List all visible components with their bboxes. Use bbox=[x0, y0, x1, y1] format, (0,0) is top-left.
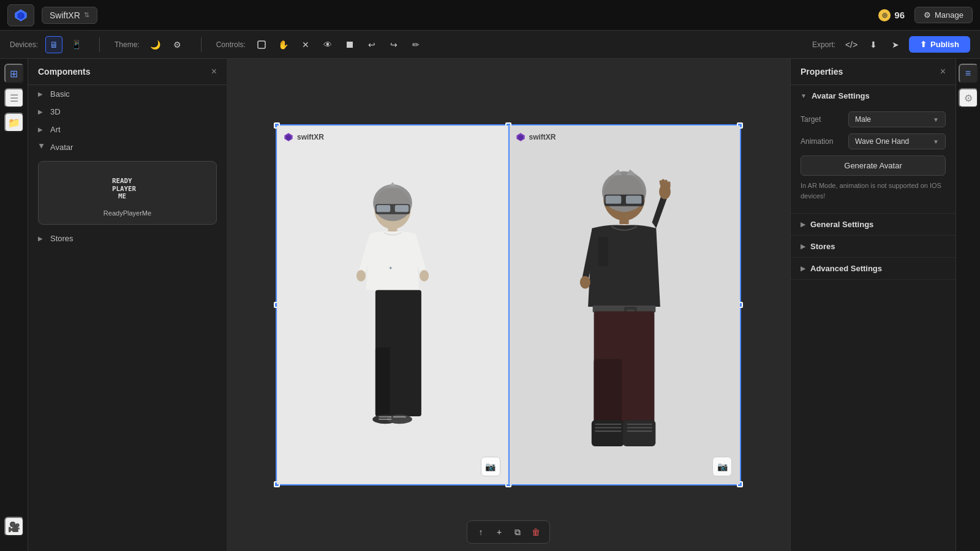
stores-label: Stores bbox=[810, 242, 835, 251]
left-sidebar-icons: ⊞ ☰ 📁 🎥 bbox=[0, 59, 28, 551]
svg-text:PLAYER: PLAYER bbox=[112, 185, 137, 193]
theme-dark-button[interactable]: 🌙 bbox=[147, 36, 164, 53]
copy-icon: ⧉ bbox=[514, 527, 521, 538]
right-icon-properties[interactable]: ≡ bbox=[959, 64, 978, 83]
canvas-tool-delete[interactable]: 🗑 bbox=[527, 523, 545, 541]
avatar-settings-section: ▼ Avatar Settings Target Male ▼ Animati bbox=[791, 85, 956, 214]
logo-button[interactable] bbox=[7, 4, 34, 26]
sidebar-assets-icon[interactable]: 📁 bbox=[4, 113, 24, 132]
generate-avatar-button[interactable]: Generate Avatar bbox=[801, 156, 946, 176]
sidebar-layers-icon[interactable]: ☰ bbox=[4, 88, 24, 108]
control-crosshair-button[interactable]: ✕ bbox=[297, 36, 314, 53]
svg-point-11 bbox=[373, 184, 412, 221]
device-tablet-button[interactable]: 📱 bbox=[67, 36, 85, 53]
moon-icon: 🌙 bbox=[150, 40, 160, 50]
right-panel-cam-icon[interactable]: 📷 bbox=[712, 457, 732, 476]
publish-button[interactable]: ⬆ Publish bbox=[909, 36, 970, 53]
main-area: ⊞ ☰ 📁 🎥 Components × ▶ Basic ▶ 3D ▶ Art bbox=[0, 59, 980, 551]
export-download-button[interactable]: ⬇ bbox=[865, 36, 882, 53]
svg-rect-35 bbox=[626, 196, 642, 204]
canvas-frame: swiftXR bbox=[276, 124, 741, 485]
control-undo-button[interactable]: ↩ bbox=[363, 36, 380, 53]
sep-1 bbox=[99, 37, 100, 52]
delete-icon: 🗑 bbox=[532, 527, 540, 537]
avatar-settings-header[interactable]: ▼ Avatar Settings bbox=[791, 85, 956, 107]
ready-player-me-label: ReadyPlayerMe bbox=[104, 209, 151, 217]
project-name-arrow: ⇅ bbox=[84, 11, 89, 19]
coins-icon: ◎ bbox=[878, 9, 891, 21]
ready-player-me-icon: READY PLAYER ME bbox=[106, 169, 149, 206]
components-panel: Components × ▶ Basic ▶ 3D ▶ Art ▶ Avatar… bbox=[28, 59, 227, 551]
target-select[interactable]: Male ▼ bbox=[848, 111, 946, 127]
general-settings-label: General Settings bbox=[810, 220, 873, 229]
svg-rect-13 bbox=[377, 205, 391, 212]
manage-button[interactable]: ⚙ Manage bbox=[914, 7, 973, 23]
tree-item-3d[interactable]: ▶ 3D bbox=[28, 103, 227, 121]
sep-2 bbox=[201, 37, 202, 52]
male-avatar-container bbox=[510, 126, 740, 484]
advanced-settings-header[interactable]: ▶ Advanced Settings bbox=[791, 258, 956, 279]
target-value: Male bbox=[855, 115, 871, 124]
export-share-button[interactable]: ➤ bbox=[887, 36, 904, 53]
3d-arrow: ▶ bbox=[38, 108, 45, 115]
devices-label: Devices: bbox=[10, 40, 38, 49]
manage-label: Manage bbox=[935, 10, 963, 20]
svg-point-46 bbox=[580, 276, 590, 289]
layers-icon: ☰ bbox=[10, 92, 18, 104]
female-avatar-container: ✦ bbox=[277, 126, 508, 484]
canvas-area[interactable]: swiftXR bbox=[227, 59, 790, 551]
controls-label: Controls: bbox=[216, 40, 246, 49]
sidebar-components-icon[interactable]: ⊞ bbox=[4, 64, 24, 83]
svg-marker-16 bbox=[390, 182, 395, 186]
control-pencil-button[interactable]: ✏ bbox=[407, 36, 424, 53]
svg-text:ME: ME bbox=[118, 192, 126, 200]
canvas-tool-copy[interactable]: ⧉ bbox=[509, 523, 526, 541]
device-desktop-button[interactable]: 🖥 bbox=[45, 36, 62, 53]
top-bar-left: SwiftXR ⇅ bbox=[7, 4, 97, 26]
svg-rect-3 bbox=[258, 41, 265, 48]
publish-label: Publish bbox=[930, 40, 959, 49]
top-bar: SwiftXR ⇅ ◎ 96 ⚙ Manage bbox=[0, 0, 980, 31]
project-name-display[interactable]: SwiftXR ⇅ bbox=[42, 7, 97, 24]
undo-icon: ↩ bbox=[368, 40, 375, 50]
stores-arrow: ▶ bbox=[38, 235, 45, 242]
svg-rect-51 bbox=[594, 359, 622, 429]
devices-section: Devices: 🖥 📱 bbox=[10, 36, 85, 53]
right-sidebar-icons: ≡ ⚙ bbox=[956, 59, 980, 551]
control-eye-button[interactable]: 👁 bbox=[319, 36, 336, 53]
theme-settings-button[interactable]: ⚙ bbox=[169, 36, 186, 53]
svg-line-44 bbox=[666, 181, 667, 186]
right-icon-settings[interactable]: ⚙ bbox=[959, 88, 978, 108]
export-code-button[interactable]: </> bbox=[843, 36, 860, 53]
general-settings-header[interactable]: ▶ General Settings bbox=[791, 214, 956, 235]
canvas-tool-add[interactable]: + bbox=[491, 523, 508, 541]
tree-item-avatar[interactable]: ▶ Avatar bbox=[28, 138, 227, 156]
basic-arrow: ▶ bbox=[38, 91, 45, 97]
properties-close-button[interactable]: × bbox=[940, 66, 946, 77]
animation-select[interactable]: Wave One Hand ▼ bbox=[848, 133, 946, 149]
export-section: Export: </> ⬇ ➤ ⬆ Publish bbox=[812, 36, 970, 53]
sliders-icon: ≡ bbox=[965, 68, 971, 79]
redo-icon: ↪ bbox=[390, 40, 398, 50]
left-panel-cam-icon[interactable]: 📷 bbox=[481, 457, 500, 476]
control-hand-button[interactable]: ✋ bbox=[275, 36, 292, 53]
ready-player-me-card[interactable]: READY PLAYER ME ReadyPlayerMe bbox=[38, 161, 217, 225]
tree-item-basic[interactable]: ▶ Basic bbox=[28, 85, 227, 103]
app-logo-icon bbox=[14, 9, 28, 22]
components-panel-close[interactable]: × bbox=[211, 66, 217, 77]
sidebar-media-icon[interactable]: 🎥 bbox=[4, 517, 24, 536]
control-select-button[interactable] bbox=[253, 36, 270, 53]
control-redo-button[interactable]: ↪ bbox=[385, 36, 402, 53]
canvas-tool-up[interactable]: ↑ bbox=[472, 523, 489, 541]
components-panel-header: Components × bbox=[28, 59, 227, 85]
tablet-icon: 📱 bbox=[71, 40, 81, 50]
tree-item-stores[interactable]: ▶ Stores bbox=[28, 230, 227, 247]
avatar-panel-right: swiftXR bbox=[508, 126, 741, 484]
svg-rect-34 bbox=[606, 196, 622, 204]
svg-line-43 bbox=[663, 181, 665, 186]
svg-rect-4 bbox=[347, 42, 353, 48]
control-square-button[interactable] bbox=[341, 36, 358, 53]
svg-rect-23 bbox=[390, 348, 410, 417]
tree-item-art[interactable]: ▶ Art bbox=[28, 121, 227, 138]
stores-header[interactable]: ▶ Stores bbox=[791, 236, 956, 257]
